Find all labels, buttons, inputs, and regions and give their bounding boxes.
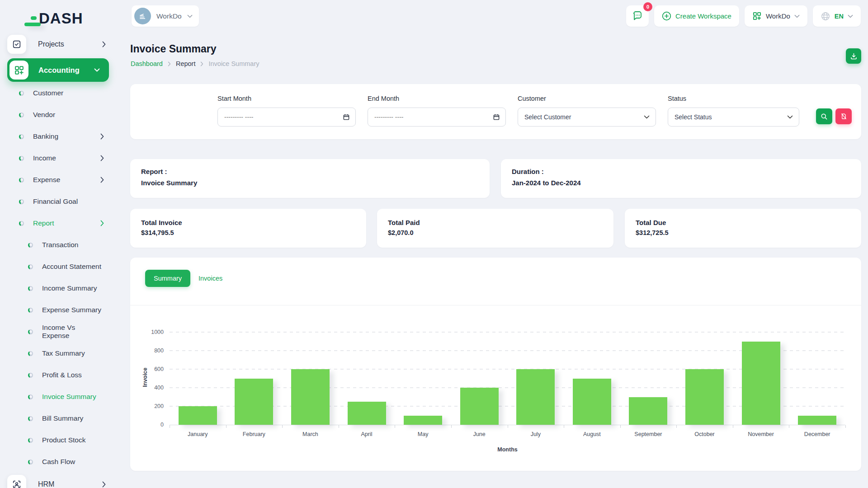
language-code: EN — [835, 13, 844, 20]
total-due-value: $312,725.5 — [636, 229, 669, 236]
bar-april[interactable] — [348, 402, 386, 425]
bar-september[interactable] — [629, 397, 667, 425]
header-actions: 0 Create Workspace WorkDo EN — [626, 5, 861, 27]
sidebar-item-label: Income — [33, 154, 56, 162]
axis-tick — [733, 425, 733, 428]
y-axis-title: Invoice — [142, 331, 148, 424]
x-axis-title: Months — [170, 446, 845, 453]
sidebar-item-label: Expense Summary — [42, 306, 101, 314]
y-axis-tick: 200 — [135, 403, 164, 409]
sidebar-item-label: Income Vs Expense — [42, 324, 104, 340]
duration-value: Jan-2024 to Dec-2024 — [512, 179, 581, 187]
total-invoice-label: Total Invoice — [141, 219, 182, 226]
download-button[interactable] — [846, 48, 861, 64]
tab-summary[interactable]: Summary — [145, 270, 190, 287]
bar-july[interactable] — [516, 369, 555, 425]
tab-invoices[interactable]: Invoices — [193, 270, 228, 287]
sidebar-item-cash-flow[interactable]: Cash Flow — [0, 451, 118, 473]
axis-tick — [564, 425, 564, 428]
calendar-icon[interactable] — [343, 113, 350, 121]
breadcrumb-report[interactable]: Report — [176, 60, 196, 67]
sidebar-item-accounting[interactable]: Accounting — [7, 58, 109, 82]
create-workspace-button[interactable]: Create Workspace — [654, 5, 739, 27]
logo-bar-icon — [24, 23, 41, 26]
sidebar-item-income-vs-expense[interactable]: Income Vs Expense — [0, 321, 118, 343]
sidebar-item-bill-summary[interactable]: Bill Summary — [0, 408, 118, 429]
checkbox-icon — [7, 35, 26, 54]
sidebar-item-transaction[interactable]: Transaction — [0, 234, 118, 256]
accounting-grid-icon — [9, 61, 28, 80]
sidebar-item-hrm[interactable]: HRM — [0, 473, 118, 488]
x-axis-label: October — [676, 431, 733, 437]
sidebar-item-banking[interactable]: Banking — [0, 126, 118, 147]
sidebar-item-tax-summary[interactable]: Tax Summary — [0, 343, 118, 364]
duration-label: Duration : — [512, 168, 544, 175]
start-month-input[interactable] — [218, 113, 339, 121]
breadcrumb-dashboard[interactable]: Dashboard — [131, 60, 163, 67]
bar-may[interactable] — [404, 416, 442, 425]
total-paid-value: $2,070.0 — [388, 229, 413, 236]
total-due-card: Total Due $312,725.5 — [625, 209, 861, 248]
bar-february[interactable] — [235, 379, 273, 425]
sidebar-item-income-summary[interactable]: Income Summary — [0, 277, 118, 299]
sidebar-item-report[interactable]: Report — [0, 212, 118, 234]
sidebar-item-financial-goal[interactable]: Financial Goal — [0, 191, 118, 212]
sidebar-item-invoice-summary[interactable]: Invoice Summary — [0, 386, 118, 408]
axis-tick — [451, 425, 452, 428]
start-month-field[interactable] — [217, 108, 356, 127]
bullet-icon — [28, 416, 33, 421]
breadcrumb-current: Invoice Summary — [208, 60, 259, 67]
sidebar-item-profit-loss[interactable]: Profit & Loss — [0, 364, 118, 386]
language-selector[interactable]: EN — [813, 5, 861, 27]
workspace-switcher[interactable]: WorkDo — [132, 5, 199, 27]
workspace-avatar — [134, 8, 151, 24]
calendar-icon[interactable] — [493, 113, 500, 121]
sidebar-item-expense[interactable]: Expense — [0, 169, 118, 191]
bar-october[interactable] — [685, 369, 724, 425]
sidebar-item-expense-summary[interactable]: Expense Summary — [0, 299, 118, 321]
bullet-icon — [19, 221, 24, 226]
y-axis-tick: 1000 — [135, 329, 164, 335]
bar-june[interactable] — [460, 388, 499, 425]
chat-bubble-icon — [632, 11, 643, 22]
sidebar-item-income[interactable]: Income — [0, 147, 118, 169]
status-select-value: Select Status — [675, 113, 712, 121]
customer-select[interactable]: Select Customer — [518, 108, 656, 127]
x-axis-label: February — [226, 431, 283, 437]
end-month-field[interactable] — [368, 108, 506, 127]
app-menu-button[interactable]: WorkDo — [745, 5, 807, 27]
chevron-right-icon — [200, 61, 203, 66]
axis-tick — [226, 425, 226, 428]
chevron-right-icon — [102, 41, 106, 47]
sidebar-item-projects[interactable]: Projects — [0, 33, 118, 56]
axis-tick — [170, 425, 170, 428]
sidebar-item-label: Customer — [33, 89, 63, 97]
breadcrumb: Dashboard Report Invoice Summary — [131, 60, 259, 67]
sidebar-item-customer[interactable]: Customer — [0, 82, 118, 104]
messages-button[interactable]: 0 — [626, 5, 649, 27]
reset-filter-button[interactable] — [835, 108, 852, 124]
bar-march[interactable] — [291, 369, 330, 425]
apply-filter-button[interactable] — [816, 108, 832, 124]
bar-december[interactable] — [798, 416, 836, 425]
globe-icon — [821, 11, 830, 21]
end-month-input[interactable] — [368, 113, 489, 121]
sidebar-item-label: Account Statement — [42, 263, 101, 271]
x-axis-label: December — [789, 431, 845, 437]
axis-tick — [395, 425, 395, 428]
status-select[interactable]: Select Status — [668, 108, 799, 127]
bar-november[interactable] — [742, 342, 780, 425]
sidebar-item-account-statement[interactable]: Account Statement — [0, 256, 118, 277]
bar-august[interactable] — [573, 379, 611, 425]
end-month-label: End Month — [368, 95, 399, 102]
bullet-icon — [28, 438, 33, 443]
sidebar-item-product-stock[interactable]: Product Stock — [0, 429, 118, 451]
sidebar-item-vendor[interactable]: Vendor — [0, 104, 118, 126]
x-axis-label: January — [170, 431, 226, 437]
sidebar-item-label: Tax Summary — [42, 349, 85, 357]
bullet-icon — [19, 91, 24, 96]
x-axis-label: June — [451, 431, 508, 437]
app-logo[interactable]: DASH — [31, 10, 83, 26]
bar-january[interactable] — [179, 406, 217, 425]
sidebar-item-label: Profit & Loss — [42, 371, 82, 379]
